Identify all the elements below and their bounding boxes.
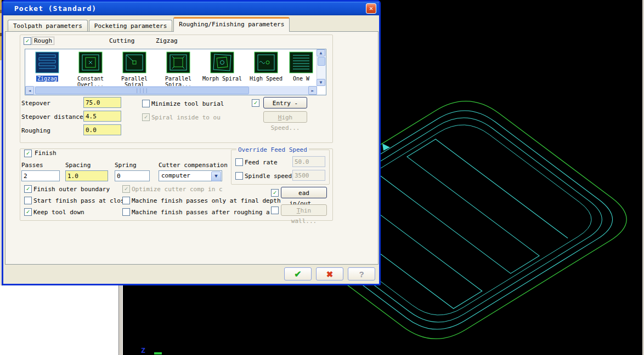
check-icon: ✔ bbox=[294, 270, 301, 279]
dialog-title: Pocket (Standard) bbox=[14, 4, 97, 13]
minimize-tool-burial-label: Minimize tool burial bbox=[151, 100, 224, 107]
method-item-zigzag[interactable]: Zigzag bbox=[25, 50, 69, 85]
passes-label: Passes bbox=[21, 162, 43, 169]
thin-wall-button: Thin wall... bbox=[281, 204, 327, 216]
chevron-down-icon[interactable]: ▼ bbox=[211, 171, 221, 181]
close-icon: ✕ bbox=[369, 4, 373, 12]
stepover-label: Stepover bbox=[21, 100, 50, 107]
finish-checkbox[interactable] bbox=[24, 150, 32, 157]
tab-pocketing-parameters[interactable]: Pocketing parameters bbox=[89, 20, 172, 32]
scroll-up-icon[interactable]: ▲ bbox=[317, 49, 325, 56]
stepover-input[interactable] bbox=[83, 97, 121, 108]
spacing-input[interactable] bbox=[65, 170, 108, 181]
spiral-inside-label: Spiral inside to ou bbox=[151, 114, 221, 121]
cutter-compensation-label: Cutter compensation bbox=[159, 162, 228, 169]
help-button[interactable]: ? bbox=[348, 267, 375, 280]
finish-outer-boundary-checkbox[interactable] bbox=[24, 185, 32, 193]
method-item-constant-overlap[interactable]: Constant Overl... bbox=[69, 50, 112, 85]
dialog-titlebar[interactable]: Pocket (Standard) bbox=[3, 2, 379, 15]
thin-wall-checkbox[interactable] bbox=[271, 207, 279, 214]
method-label: High Speed bbox=[244, 76, 288, 82]
override-feed-speed-title: Override Feed Speed bbox=[236, 146, 309, 153]
horizontal-scroll-thumb[interactable]: |||| bbox=[35, 87, 249, 94]
minimize-tool-burial-checkbox[interactable] bbox=[142, 100, 150, 107]
close-button[interactable]: ✕ bbox=[366, 3, 376, 14]
method-item-morph-spiral[interactable]: Morph Spiral bbox=[200, 50, 244, 85]
lead-in-out-button[interactable]: ead in/out.. bbox=[281, 187, 327, 198]
listbox-horizontal-scrollbar[interactable]: ◄ |||| ► bbox=[25, 86, 317, 95]
tab-strip: Toolpath parameters Pocketing parameters… bbox=[8, 18, 291, 32]
keep-tool-down-label: Keep tool down bbox=[33, 209, 84, 216]
cutter-compensation-value: computer bbox=[161, 172, 190, 179]
method-label: Zigzag bbox=[36, 76, 58, 82]
high-speed-button: High Speed... bbox=[263, 111, 307, 123]
parallel-spiral-method-icon bbox=[122, 51, 146, 75]
spacing-label: Spacing bbox=[65, 162, 91, 169]
spindle-speed-label: Spindle speed bbox=[245, 173, 292, 180]
method-item-parallel-spiral-clean[interactable]: Parallel Spira... bbox=[156, 50, 200, 85]
roughing-label: Roughing bbox=[21, 127, 50, 134]
roughing-input[interactable] bbox=[83, 124, 121, 135]
pocket-dialog: Pocket (Standard) ✕ Toolpath parameters … bbox=[2, 0, 381, 285]
axis-origin-mark bbox=[154, 352, 162, 354]
z-axis-label: Z bbox=[141, 346, 145, 354]
one-way-method-icon bbox=[289, 51, 313, 75]
axis-gnomon: Z bbox=[141, 346, 162, 354]
spiral-inside-checkbox bbox=[142, 113, 150, 121]
listbox-vertical-scrollbar[interactable]: ▲ ▼ bbox=[317, 49, 326, 86]
stepover-distance-input[interactable] bbox=[83, 111, 121, 122]
scroll-left-icon[interactable]: ◄ bbox=[25, 86, 34, 95]
entry-ramp-button[interactable]: Entry - ramp bbox=[263, 97, 307, 108]
optimize-cutter-comp-checkbox bbox=[122, 185, 130, 193]
passes-input[interactable] bbox=[21, 170, 60, 181]
scroll-down-icon[interactable]: ▼ bbox=[317, 79, 325, 86]
start-finish-pass-checkbox[interactable] bbox=[24, 197, 32, 204]
method-item-high-speed[interactable]: High Speed bbox=[244, 50, 288, 85]
stepover-distance-label: Stepover distance bbox=[21, 113, 83, 121]
high-speed-method-icon bbox=[254, 51, 278, 75]
scroll-right-icon[interactable]: ► bbox=[308, 86, 317, 95]
question-mark-icon: ? bbox=[359, 270, 364, 279]
morph-spiral-method-icon bbox=[210, 51, 234, 75]
machine-after-roughing-checkbox[interactable] bbox=[122, 208, 130, 216]
spring-input[interactable] bbox=[115, 170, 150, 181]
cutter-compensation-select[interactable]: computer ▼ bbox=[159, 170, 222, 181]
constant-overlap-method-icon bbox=[78, 51, 103, 75]
method-label: One W bbox=[285, 76, 318, 82]
finish-label: Finish bbox=[33, 150, 58, 157]
rough-label: Rough bbox=[32, 37, 54, 44]
method-item-parallel-spiral[interactable]: Parallel Spiral bbox=[112, 50, 156, 85]
ok-button[interactable]: ✔ bbox=[284, 267, 312, 280]
tab-toolpath-parameters[interactable]: Toolpath parameters bbox=[8, 20, 88, 32]
tab-roughing-finishing-parameters[interactable]: Roughing/Finishing parameters bbox=[173, 17, 290, 32]
selected-method-label: Zigzag bbox=[154, 37, 179, 44]
optimize-cutter-comp-label: Optimize cutter comp in c bbox=[132, 186, 223, 193]
machine-only-final-depth-checkbox[interactable] bbox=[122, 197, 130, 204]
finish-outer-boundary-label: Finish outer boundary bbox=[33, 186, 110, 193]
entry-point-marker bbox=[382, 144, 390, 151]
spindle-speed-input bbox=[292, 170, 325, 181]
parallel-spiral-clean-method-icon bbox=[166, 51, 190, 75]
method-item-one-way[interactable]: One W bbox=[285, 50, 318, 85]
panel-under-dialog bbox=[0, 285, 118, 355]
feed-rate-checkbox[interactable] bbox=[235, 158, 243, 166]
cancel-button[interactable]: ✖ bbox=[316, 267, 343, 280]
cutting-method-listbox[interactable]: Zigzag Constant Overl... Parallel Spiral… bbox=[25, 49, 326, 95]
machine-after-roughing-label: Machine finish passes after roughing all… bbox=[132, 209, 270, 216]
cross-icon: ✖ bbox=[326, 270, 334, 279]
feed-rate-input bbox=[292, 156, 325, 167]
feed-rate-label: Feed rate bbox=[245, 159, 278, 166]
screen: Z Pocket (Standard) ✕ Toolpath parameter… bbox=[0, 0, 644, 355]
entry-ramp-checkbox[interactable] bbox=[252, 99, 259, 107]
zigzag-method-icon bbox=[35, 51, 59, 75]
machine-only-final-depth-label: Machine finish passes only at final dept… bbox=[132, 197, 281, 204]
rough-checkbox[interactable] bbox=[24, 37, 31, 45]
spindle-speed-checkbox[interactable] bbox=[235, 172, 243, 180]
vertical-scroll-thumb[interactable] bbox=[318, 57, 325, 66]
spring-label: Spring bbox=[115, 162, 137, 169]
start-finish-pass-label: Start finish pass at close bbox=[33, 197, 128, 204]
window-divider[interactable] bbox=[118, 285, 123, 355]
keep-tool-down-checkbox[interactable] bbox=[24, 208, 32, 216]
cutting-label: Cutting bbox=[108, 37, 136, 44]
lead-in-out-checkbox[interactable] bbox=[271, 189, 279, 197]
